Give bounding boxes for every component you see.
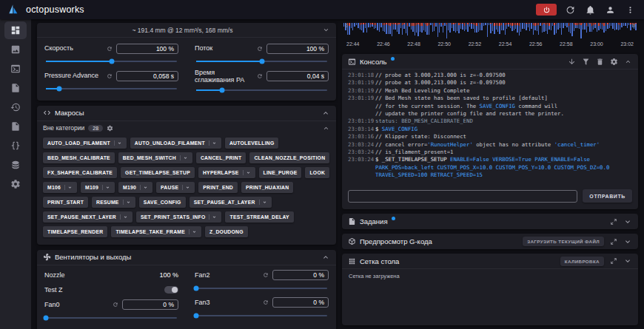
macro-bed-mesh-switch[interactable]: BED_MESH_SWITCH bbox=[118, 152, 192, 163]
chevron-down-icon[interactable] bbox=[209, 140, 217, 146]
macro-test-stream-delay[interactable]: TEST_STREAM_DELAY bbox=[225, 211, 293, 223]
sidebar-item-webcam[interactable] bbox=[4, 41, 27, 58]
поток-slider[interactable] bbox=[196, 61, 327, 62]
macro-z-doudong[interactable]: Z_DOUDONG bbox=[205, 226, 248, 237]
macro-resume[interactable]: RESUME bbox=[92, 197, 135, 208]
chevron-down-icon[interactable] bbox=[120, 214, 128, 220]
slider-thumb[interactable] bbox=[220, 87, 225, 92]
pressure-advance-input[interactable]: 0,058 s bbox=[116, 71, 178, 81]
arrow-down-icon[interactable] bbox=[568, 58, 576, 66]
toolhead-summary-header[interactable]: ~ 191.4 mm @ 12 mm³/s, 168 mm/s bbox=[37, 23, 336, 38]
macro-auto-unload-filament[interactable]: AUTO_UNLOAD_FILAMENT bbox=[130, 138, 221, 149]
cog-icon[interactable] bbox=[610, 58, 618, 66]
chevron-up-icon[interactable] bbox=[624, 58, 632, 66]
test-z-toggle[interactable] bbox=[164, 286, 178, 294]
fan3-slider[interactable] bbox=[196, 315, 327, 316]
macro-pause[interactable]: PAUSE bbox=[156, 182, 195, 193]
info-dot[interactable] bbox=[391, 57, 395, 61]
скорость-input[interactable]: 100 % bbox=[116, 44, 178, 54]
macro-timelapse-take-frame[interactable]: TIMELAPSE_TAKE_FRAME bbox=[111, 226, 201, 237]
slider-thumb[interactable] bbox=[259, 59, 264, 64]
macro-print-start[interactable]: PRINT_START bbox=[43, 197, 88, 208]
console-input[interactable] bbox=[348, 190, 577, 203]
calibrate-button[interactable]: КАЛИБРОВКА bbox=[560, 257, 604, 266]
console-command-link[interactable]: SAVE_CONFIG bbox=[480, 103, 515, 109]
sidebar-item-settings[interactable] bbox=[4, 175, 27, 193]
chevron-down-icon[interactable] bbox=[102, 185, 110, 190]
update-button[interactable] bbox=[563, 3, 577, 16]
macro-hyperlapse[interactable]: HYPERLAPSE bbox=[198, 167, 255, 178]
expand-icon[interactable] bbox=[610, 238, 617, 245]
reset-icon[interactable] bbox=[113, 302, 118, 308]
fan3-input[interactable]: 0 % bbox=[272, 297, 329, 308]
macro-m190[interactable]: M190 bbox=[118, 182, 152, 193]
chevron-up-icon[interactable] bbox=[322, 124, 330, 132]
macro-m106[interactable]: M106 bbox=[43, 182, 77, 193]
macro-save-config[interactable]: SAVE_CONFIG bbox=[139, 197, 186, 208]
macro-set-pause-next-layer[interactable]: SET_PAUSE_NEXT_LAYER bbox=[43, 211, 133, 223]
chevron-down-icon[interactable] bbox=[180, 155, 188, 160]
chevron-down-icon[interactable] bbox=[189, 229, 197, 234]
console-command-link[interactable]: 'RunoutHelper' bbox=[427, 141, 473, 148]
fan0-slider[interactable] bbox=[46, 317, 177, 319]
chevron-down-icon[interactable] bbox=[123, 200, 131, 205]
slider-thumb[interactable] bbox=[109, 59, 114, 64]
emergency-stop-button[interactable] bbox=[536, 4, 557, 16]
expand-icon[interactable] bbox=[610, 218, 617, 225]
console-command-link[interactable]: 'cancel_timer' bbox=[554, 141, 600, 148]
sidebar-item-machine[interactable] bbox=[4, 118, 27, 135]
chevron-down-icon[interactable] bbox=[322, 26, 330, 34]
macro-cancel-print[interactable]: CANCEL_PRINT bbox=[196, 152, 246, 163]
console-log[interactable]: 23:01:18// probe at 3.000,213.000 is z=-… bbox=[342, 69, 638, 186]
filter-icon[interactable] bbox=[582, 58, 590, 66]
trash-icon[interactable] bbox=[596, 58, 604, 66]
reset-icon[interactable] bbox=[263, 299, 269, 305]
macro-bed-mesh-calibrate[interactable]: BED_MESH_CALIBRATE bbox=[43, 152, 115, 163]
поток-input[interactable]: 100 % bbox=[266, 44, 329, 54]
macro-set-print-stats-info[interactable]: SET_PRINT_STATS_INFO bbox=[136, 211, 221, 223]
sidebar-item-logs[interactable] bbox=[4, 156, 27, 174]
macro-m109[interactable]: M109 bbox=[81, 182, 115, 193]
fan0-input[interactable]: 0 % bbox=[122, 299, 178, 310]
время-сглаживания-pa-slider[interactable] bbox=[196, 89, 327, 91]
macro-fx-shaper-calibrate[interactable]: FX_SHAPER_CALIBRATE bbox=[43, 167, 117, 178]
macro-print-huaxian[interactable]: PRINT_HUAXIAN bbox=[241, 182, 293, 193]
macro-get-timelapse-setup[interactable]: GET_TIMELAPSE_SETUP bbox=[121, 167, 195, 178]
reset-icon[interactable] bbox=[257, 73, 263, 79]
macro-look[interactable]: LOOK bbox=[305, 167, 329, 178]
console-command-link[interactable]: SAVE_CONFIG bbox=[382, 126, 417, 132]
account-button[interactable] bbox=[603, 3, 617, 16]
sidebar-item-console[interactable] bbox=[4, 60, 27, 78]
chevron-down-icon[interactable] bbox=[182, 185, 190, 190]
sidebar-item-configuration[interactable] bbox=[4, 137, 27, 155]
reset-icon[interactable] bbox=[257, 46, 263, 52]
macro-autolevelling[interactable]: AUTOLEVELLING bbox=[225, 138, 279, 149]
macros-header[interactable]: Макросы bbox=[37, 106, 336, 121]
chevron-down-icon[interactable] bbox=[623, 237, 632, 246]
chevron-down-icon[interactable] bbox=[259, 200, 267, 205]
sidebar-item-history[interactable] bbox=[4, 98, 27, 116]
macro-auto-load-filament[interactable]: AUTO_LOAD_FILAMENT bbox=[43, 138, 127, 149]
chevron-down-icon[interactable] bbox=[114, 140, 122, 146]
macro-set-pause-at-layer[interactable]: SET_PAUSE_AT_LAYER bbox=[189, 197, 272, 208]
expand-icon[interactable] bbox=[610, 257, 617, 265]
fans-header[interactable]: Вентиляторы и выходы bbox=[37, 250, 336, 265]
chevron-up-icon[interactable] bbox=[321, 253, 330, 262]
pressure-advance-slider[interactable] bbox=[46, 88, 177, 89]
sidebar-item-gcode-files[interactable] bbox=[4, 79, 27, 97]
chevron-down-icon[interactable] bbox=[209, 214, 217, 220]
gear-icon[interactable] bbox=[107, 125, 113, 132]
macro-line-purge[interactable]: LINE_PURGE bbox=[259, 167, 302, 178]
slider-thumb[interactable] bbox=[44, 315, 49, 320]
fan2-slider[interactable] bbox=[196, 288, 327, 289]
chevron-down-icon[interactable] bbox=[64, 185, 73, 190]
chevron-up-icon[interactable] bbox=[321, 109, 330, 118]
slider-thumb[interactable] bbox=[194, 285, 199, 291]
app-logo-icon[interactable] bbox=[7, 4, 19, 16]
chevron-down-icon[interactable] bbox=[243, 170, 251, 175]
macro-print-end[interactable]: PRINT_END bbox=[198, 182, 238, 193]
load-current-file-button[interactable]: ЗАГРУЗИТЬ ТЕКУЩИЙ ФАЙЛ bbox=[523, 237, 604, 246]
reset-icon[interactable] bbox=[107, 73, 113, 79]
sidebar-item-dashboard[interactable] bbox=[4, 21, 27, 39]
chevron-down-icon[interactable] bbox=[623, 257, 632, 265]
